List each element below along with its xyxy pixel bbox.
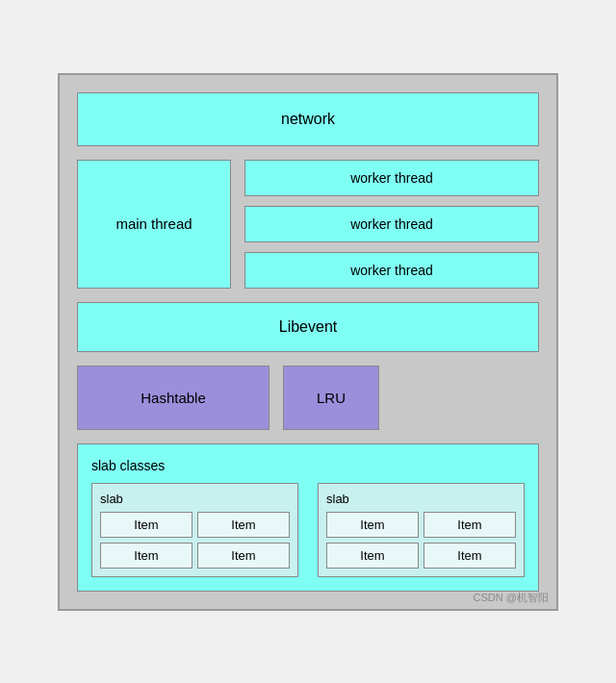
items-grid-2: Item Item Item Item	[326, 512, 516, 569]
item-1-2: Item	[197, 512, 290, 538]
worker-thread-box-1: worker thread	[244, 160, 539, 196]
item-2-4: Item	[424, 543, 516, 569]
worker-thread-box-2: worker thread	[244, 206, 539, 242]
slab-box-2: slab Item Item Item Item	[318, 483, 525, 577]
items-grid-1: Item Item Item Item	[100, 512, 290, 569]
main-thread-label: main thread	[116, 215, 192, 232]
item-2-1: Item	[326, 512, 419, 538]
item-2-3: Item	[326, 543, 419, 569]
main-thread-box: main thread	[77, 160, 231, 289]
item-1-4: Item	[197, 543, 290, 569]
network-label: network	[281, 111, 335, 127]
item-2-2: Item	[424, 512, 516, 538]
slab-classes-container: slab classes slab Item Item Item Item sl…	[77, 443, 539, 592]
worker-thread-label-2: worker thread	[350, 216, 433, 232]
threads-row: main thread worker thread worker thread …	[77, 160, 539, 289]
lru-box: LRU	[283, 366, 379, 430]
libevent-label: Libevent	[279, 318, 338, 335]
item-1-3: Item	[100, 543, 192, 569]
watermark: CSDN @机智阳	[474, 591, 549, 605]
network-box: network	[77, 92, 539, 146]
slab-label-2: slab	[326, 492, 516, 506]
worker-thread-box-3: worker thread	[244, 252, 539, 289]
worker-threads-col: worker thread worker thread worker threa…	[244, 160, 539, 289]
main-diagram: network main thread worker thread worker…	[58, 73, 558, 611]
lru-label: LRU	[317, 390, 346, 406]
hashtable-box: Hashtable	[77, 366, 270, 430]
slab-row: slab Item Item Item Item slab Item Item …	[91, 483, 525, 577]
slab-label-1: slab	[100, 492, 290, 506]
libevent-box: Libevent	[77, 302, 539, 352]
item-1-1: Item	[100, 512, 192, 538]
worker-thread-label-1: worker thread	[350, 170, 433, 186]
hash-lru-row: Hashtable LRU	[77, 366, 539, 430]
slab-box-1: slab Item Item Item Item	[91, 483, 298, 577]
hashtable-label: Hashtable	[141, 390, 206, 406]
worker-thread-label-3: worker thread	[350, 263, 433, 278]
slab-classes-label: slab classes	[91, 458, 525, 473]
